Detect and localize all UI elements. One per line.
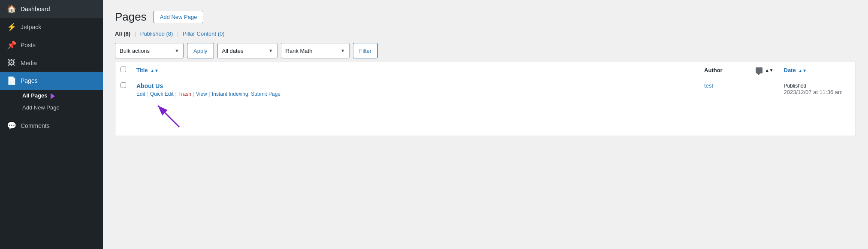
row-comments-cell: — (750, 78, 778, 136)
main-content: Pages Add New Page All (8) | Published (… (103, 0, 868, 249)
pages-table: Title ▲▼ Author ▲▼ Date ▲▼ (115, 62, 856, 136)
sidebar-item-media[interactable]: 🖼 Media (0, 54, 103, 72)
comments-sort-icon: ▲▼ (765, 68, 774, 73)
all-pages-label: All Pages (22, 92, 48, 99)
sidebar-sub-pages: All Pages Add New Page (0, 90, 103, 113)
sidebar-sub-item-add-new[interactable]: Add New Page (22, 102, 103, 113)
table-row: About Us Edit | Quick Edit | Trash | Vie… (115, 78, 856, 136)
sidebar-item-pages[interactable]: 📄 Pages (0, 72, 103, 90)
sidebar-sub-item-all-pages[interactable]: All Pages (22, 90, 103, 102)
edit-link[interactable]: Edit (136, 91, 145, 97)
sidebar-item-label: Pages (21, 77, 38, 84)
th-checkbox (115, 62, 132, 78)
page-header: Pages Add New Page (115, 10, 856, 24)
title-col-label: Title (136, 67, 148, 73)
media-icon: 🖼 (7, 58, 16, 67)
bulk-actions-wrapper: Bulk actions ▼ (115, 43, 184, 58)
row-actions: Edit | Quick Edit | Trash | View | Insta… (136, 91, 694, 97)
date-filter-wrapper: All dates ▼ (217, 43, 277, 58)
view-link[interactable]: View (196, 91, 207, 97)
instant-indexing-link[interactable]: Instant Indexing: Submit Page (212, 91, 280, 97)
add-new-label: Add New Page (22, 104, 60, 111)
toolbar: Bulk actions ▼ Apply All dates ▼ Rank Ma… (115, 43, 856, 58)
dashboard-icon: 🏠 (7, 4, 16, 14)
sidebar-item-label: Media (21, 60, 37, 67)
row-checkbox[interactable] (121, 82, 126, 88)
pages-icon: 📄 (7, 76, 16, 85)
date-col-label: Date (784, 67, 796, 73)
filter-links: All (8) | Published (8) | Pillar Content… (115, 30, 856, 37)
date-sort-link[interactable]: Date ▲▼ (784, 67, 807, 73)
select-all-checkbox[interactable] (121, 67, 126, 72)
sidebar-item-comments[interactable]: 💬 Comments (0, 117, 103, 135)
row-title-cell: About Us Edit | Quick Edit | Trash | Vie… (131, 78, 699, 136)
filter-pillar[interactable]: Pillar Content (0) (183, 30, 225, 37)
trash-link[interactable]: Trash (178, 91, 191, 97)
title-sort-icon: ▲▼ (150, 68, 159, 73)
comments-icon: 💬 (7, 121, 16, 131)
row-date-cell: Published 2023/12/07 at 11:36 am (779, 78, 856, 136)
comment-bubble-icon (756, 67, 763, 73)
date-status: Published (784, 83, 807, 89)
sidebar-item-label: Jetpack (21, 24, 41, 30)
date-filter-select[interactable]: All dates (217, 43, 277, 58)
row-author-cell: test (699, 78, 750, 136)
svg-line-1 (158, 106, 179, 127)
sidebar-item-dashboard[interactable]: 🏠 Dashboard (0, 0, 103, 18)
th-title[interactable]: Title ▲▼ (131, 62, 699, 78)
add-new-page-button[interactable]: Add New Page (154, 11, 204, 23)
bulk-actions-select[interactable]: Bulk actions (115, 43, 184, 58)
th-author: Author (699, 62, 750, 78)
page-title: Pages (115, 10, 147, 24)
jetpack-icon: ⚡ (7, 22, 16, 32)
filter-all[interactable]: All (8) (115, 30, 130, 37)
date-value: 2023/12/07 at 11:36 am (784, 89, 843, 95)
rank-math-wrapper: Rank Math ▼ (281, 43, 350, 58)
filter-published[interactable]: Published (8) (140, 30, 173, 37)
sidebar-item-label: Comments (21, 122, 50, 129)
annotation-arrow (145, 97, 196, 131)
sidebar-item-label: Posts (21, 42, 36, 49)
apply-button[interactable]: Apply (187, 43, 214, 58)
row-checkbox-cell (115, 78, 132, 136)
filter-button[interactable]: Filter (353, 43, 378, 58)
th-comments: ▲▼ (750, 62, 778, 78)
title-sort-link[interactable]: Title ▲▼ (136, 67, 159, 73)
sidebar-item-posts[interactable]: 📌 Posts (0, 36, 103, 54)
page-title-link[interactable]: About Us (136, 82, 163, 89)
sidebar-item-jetpack[interactable]: ⚡ Jetpack (0, 18, 103, 36)
all-pages-arrow-icon (51, 93, 55, 99)
rank-math-select[interactable]: Rank Math (281, 43, 350, 58)
quick-edit-link[interactable]: Quick Edit (150, 91, 174, 97)
th-date[interactable]: Date ▲▼ (779, 62, 856, 78)
table-header-row: Title ▲▼ Author ▲▼ Date ▲▼ (115, 62, 856, 78)
date-sort-icon: ▲▼ (798, 68, 807, 73)
sidebar-item-label: Dashboard (21, 6, 50, 12)
sidebar: 🏠 Dashboard ⚡ Jetpack 📌 Posts 🖼 Media 📄 … (0, 0, 103, 249)
posts-icon: 📌 (7, 40, 16, 50)
author-link[interactable]: test (704, 82, 713, 89)
comment-count: — (762, 82, 767, 89)
